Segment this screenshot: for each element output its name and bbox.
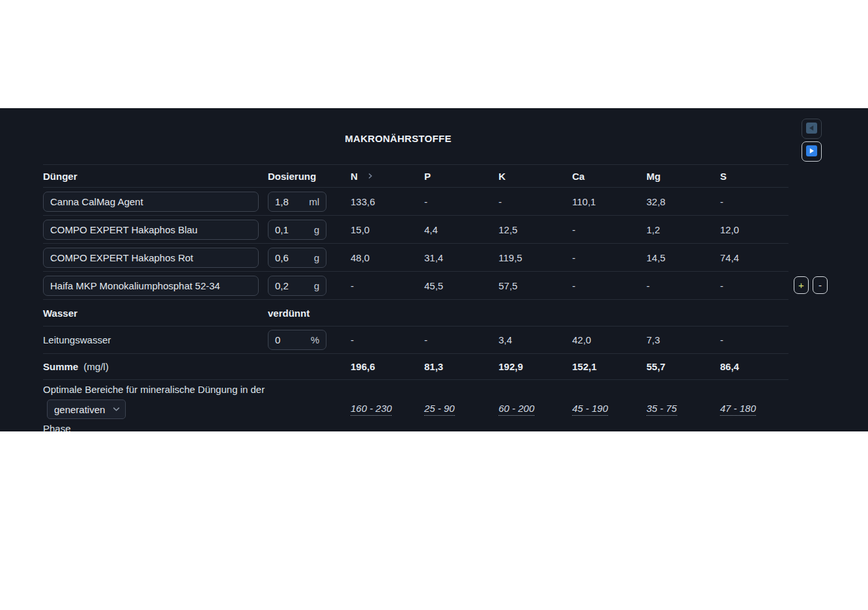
fertilizer-row: g - 45,5 57,5 - - - [43,271,788,299]
remove-fertilizer-button[interactable]: - [813,276,828,294]
fertilizer-name-input[interactable] [43,276,259,296]
col-header-n[interactable]: N [351,171,424,182]
value-ca: - [572,280,646,291]
value-ca: - [572,224,646,235]
range-n: 160 - 230 [351,403,392,416]
value-mg: 32,8 [646,196,720,207]
fertilizer-row: ml 133,6 - - 110,1 32,8 - [43,187,788,215]
water-header: Wasser [43,308,268,319]
sum-label: Summe [43,361,78,372]
water-header-row: Wasser verdünnt [43,299,788,326]
value-n: 133,6 [351,196,424,207]
fertilizer-name-input[interactable] [43,220,259,240]
range-k: 60 - 200 [499,403,534,416]
sum-n: 196,6 [351,361,424,372]
col-header-dosage: Dosierung [268,171,351,182]
value-p: 45,5 [424,280,499,291]
optimal-ranges-row: Optimale Bereiche für mineralische Düngu… [43,379,788,429]
value-n: - [351,334,424,345]
diluted-header: verdünnt [268,308,351,319]
dose-unit: g [314,224,319,235]
value-mg: - [646,280,720,291]
optimal-text-after: Phase [43,419,345,438]
add-fertilizer-button[interactable]: + [794,276,809,294]
sum-s: 86,4 [720,361,788,372]
dilution-input[interactable] [275,334,302,345]
prev-phase-button[interactable] [802,119,822,139]
water-source-label: Leitungswasser [43,334,268,345]
value-p: 4,4 [424,224,499,235]
dilution-input-box[interactable]: % [268,330,326,350]
fertilizer-name-input[interactable] [43,192,259,212]
value-k: - [499,196,572,207]
page-title: MAKRONÄHRSTOFFE [0,133,796,144]
optimal-label: Optimale Bereiche für mineralische Düngu… [43,380,351,438]
dose-input-box[interactable]: g [268,276,326,296]
fertilizer-row: g 15,0 4,4 12,5 - 1,2 12,0 [43,215,788,243]
sum-ca: 152,1 [572,361,646,372]
value-ca: - [572,252,646,263]
macronutrients-panel: MAKRONÄHRSTOFFE + - Dünger Dosierung N [0,108,868,431]
dose-unit: g [314,280,319,291]
range-ca: 45 - 190 [572,403,608,416]
dose-input[interactable] [275,252,302,263]
next-phase-button[interactable] [802,141,822,162]
col-header-fertilizer: Dünger [43,171,268,182]
col-header-mg: Mg [646,171,720,182]
sum-row: Summe (mg/l) 196,6 81,3 192,9 152,1 55,7… [43,353,788,379]
value-ca: 42,0 [572,334,646,345]
value-ca: 110,1 [572,196,646,207]
dose-unit: ml [309,196,319,207]
col-header-p: P [424,171,499,182]
value-k: 119,5 [499,252,572,263]
col-header-ca: Ca [572,171,646,182]
value-s: - [720,196,788,207]
range-s: 47 - 180 [720,403,756,416]
media-next-icon [806,145,817,158]
sum-mg: 55,7 [646,361,720,372]
dilution-unit: % [311,334,319,345]
table-header-row: Dünger Dosierung N P K Ca Mg S [43,164,788,187]
value-n: 48,0 [351,252,424,263]
value-n: - [351,280,424,291]
sum-p: 81,3 [424,361,499,372]
dose-input-box[interactable]: ml [268,192,326,212]
dose-unit: g [314,252,319,263]
water-row: Leitungswasser % - - 3,4 42,0 7,3 - [43,326,788,353]
value-k: 3,4 [499,334,572,345]
value-p: - [424,334,499,345]
media-previous-icon [806,123,817,136]
dose-input[interactable] [275,196,302,207]
value-k: 12,5 [499,224,572,235]
sum-k: 192,9 [499,361,572,372]
value-s: 12,0 [720,224,788,235]
value-mg: 1,2 [646,224,720,235]
sum-unit-label: (mg/l) [83,361,108,372]
value-k: 57,5 [499,280,572,291]
col-header-s: S [720,171,788,182]
value-p: 31,4 [424,252,499,263]
phase-select-wrap: generativen [47,399,126,419]
fertilizer-row-controls: + - [794,276,828,294]
fertilizer-row: g 48,0 31,4 119,5 - 14,5 74,4 [43,243,788,271]
range-mg: 35 - 75 [646,403,677,416]
nutrient-table: Dünger Dosierung N P K Ca Mg S ml 133,6 … [43,164,788,429]
phase-nav [802,119,822,162]
value-mg: 14,5 [646,252,720,263]
phase-select[interactable]: generativen [47,399,126,419]
dose-input[interactable] [275,224,302,235]
optimal-text-before: Optimale Bereiche für mineralische Düngu… [43,384,265,395]
col-header-k: K [499,171,572,182]
value-p: - [424,196,499,207]
value-s: - [720,334,788,345]
fertilizer-name-input[interactable] [43,248,259,268]
dose-input-box[interactable]: g [268,220,326,240]
value-mg: 7,3 [646,334,720,345]
chevron-right-icon [367,173,373,179]
dose-input-box[interactable]: g [268,248,326,268]
value-n: 15,0 [351,224,424,235]
range-p: 25 - 90 [424,403,455,416]
dose-input[interactable] [275,280,302,291]
value-s: 74,4 [720,252,788,263]
value-s: - [720,280,788,291]
